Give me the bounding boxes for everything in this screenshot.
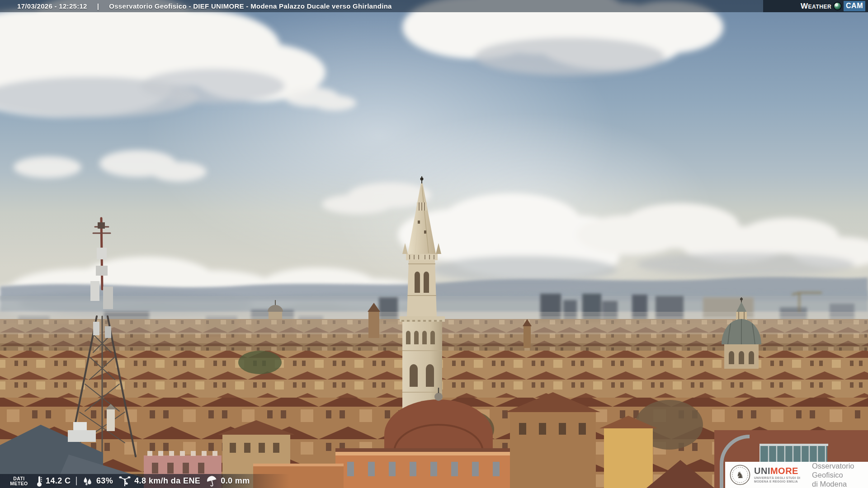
- camera-title: Osservatorio Geofisico - DIEF UNIMORE - …: [109, 2, 392, 10]
- unimore-more-text: MORE: [770, 466, 798, 476]
- temperature-reading: 14.2 C: [36, 475, 71, 487]
- weathercam-weather-label: Weather: [801, 2, 831, 11]
- meteo-label-line1: DATI: [7, 476, 31, 481]
- unimore-uni-text: UNI: [754, 466, 770, 476]
- humidity-reading: 63%: [82, 476, 113, 486]
- timestamp: 17/03/2026 - 12:25:12: [17, 2, 87, 10]
- unimore-logo-panel[interactable]: ♞ UNIMORE UNIVERSITÀ DEGLI STUDI DI MODE…: [725, 462, 868, 488]
- svg-text:♞: ♞: [736, 469, 744, 480]
- humidity-icon: [82, 476, 93, 486]
- weathercam-logo[interactable]: Weather CAM: [763, 0, 868, 12]
- unimore-wordmark: UNIMORE UNIVERSITÀ DEGLI STUDI DI MODENA…: [754, 466, 808, 483]
- meteo-label-line2: METEO: [7, 481, 31, 486]
- observatory-name-line2: di Modena: [812, 479, 868, 488]
- meteo-divider: [76, 477, 77, 485]
- webcam-lens-icon: [833, 2, 842, 10]
- observatory-name-line1: Osservatorio Geofisico: [812, 461, 868, 479]
- top-info-bar: 17/03/2026 - 12:25:12 | Osservatorio Geo…: [0, 0, 868, 12]
- webcam-scene: [0, 0, 868, 488]
- rain-value: 0.0 mm: [221, 476, 250, 486]
- rain-reading: 0.0 mm: [206, 476, 250, 487]
- meteo-data-bar: DATI METEO 14.2 C 63%: [0, 474, 289, 488]
- wind-value: 4.8 km/h da ENE: [134, 476, 200, 486]
- university-subtitle-line2: MODENA E REGGIO EMILIA: [754, 480, 808, 483]
- weathercam-cam-label: CAM: [844, 1, 865, 11]
- unimore-seal-icon: ♞: [730, 465, 750, 485]
- wind-reading: 4.8 km/h da ENE: [118, 475, 200, 487]
- observatory-name: Osservatorio Geofisico di Modena: [812, 461, 868, 488]
- meteo-label: DATI METEO: [7, 476, 31, 486]
- rain-umbrella-icon: [206, 476, 217, 487]
- temperature-value: 14.2 C: [46, 476, 71, 486]
- wind-anemometer-icon: [118, 475, 131, 487]
- humidity-value: 63%: [96, 476, 113, 486]
- title-separator: |: [97, 2, 99, 10]
- thermometer-icon: [36, 475, 42, 487]
- webcam-frame: 17/03/2026 - 12:25:12 | Osservatorio Geo…: [0, 0, 868, 488]
- university-subtitle-line1: UNIVERSITÀ DEGLI STUDI DI: [754, 476, 808, 480]
